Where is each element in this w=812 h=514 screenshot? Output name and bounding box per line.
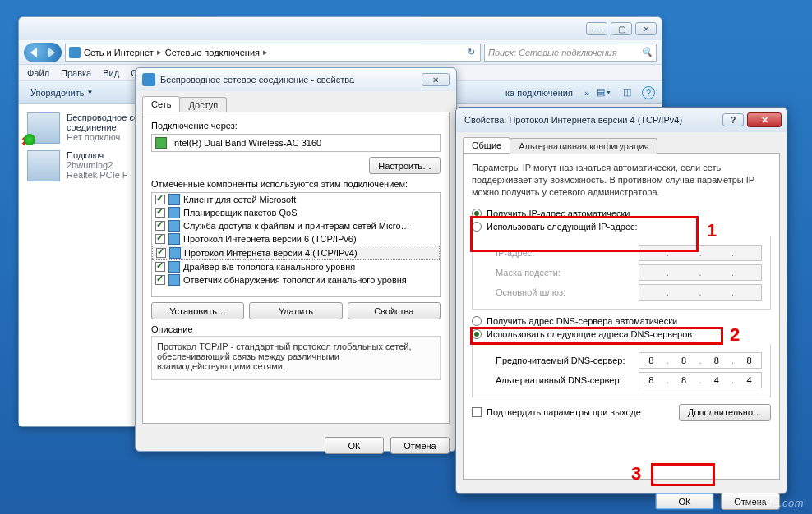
connection-adapter: Realtek PCIe F xyxy=(67,170,128,180)
install-button[interactable]: Установить… xyxy=(151,302,244,319)
radio-icon xyxy=(472,222,482,232)
tab-access[interactable]: Доступ xyxy=(179,97,227,112)
configure-button[interactable]: Настроить… xyxy=(369,157,441,174)
component-item[interactable]: Протокол Интернета версии 6 (TCP/IPv6) xyxy=(152,232,440,246)
menu-view[interactable]: Вид xyxy=(103,68,119,78)
preferred-dns-input[interactable]: 8.8.8.8 xyxy=(639,352,762,369)
checkbox[interactable] xyxy=(155,208,165,218)
connection-properties-dialog: Беспроводное сетевое соединение - свойст… xyxy=(135,67,457,452)
chevron-down-icon: ▼ xyxy=(86,89,93,96)
maximize-button[interactable]: ▢ xyxy=(611,22,632,35)
component-item[interactable]: Служба доступа к файлам и принтерам сете… xyxy=(152,219,440,232)
tab-panel-general: Параметры IP могут назначаться автоматич… xyxy=(463,153,780,480)
checkbox[interactable] xyxy=(155,262,165,272)
refresh-icon[interactable]: ↻ xyxy=(465,47,477,58)
minimize-button[interactable]: — xyxy=(586,22,607,35)
component-icon xyxy=(168,194,180,205)
dialog-title: Свойства: Протокол Интернета версии 4 (T… xyxy=(464,115,722,125)
close-button[interactable]: ✕ xyxy=(635,22,657,35)
tabstrip: Общие Альтернативная конфигурация xyxy=(456,132,787,153)
ip-address-input: ... xyxy=(639,245,762,261)
adapter-name: Intel(R) Dual Band Wireless-AC 3160 xyxy=(172,138,321,148)
tab-general[interactable]: Общие xyxy=(463,137,510,153)
search-input[interactable]: Поиск: Сетевые подключения 🔍 xyxy=(484,44,657,62)
dialog-buttons: ОК Отмена xyxy=(136,430,456,461)
network-icon xyxy=(142,73,155,86)
radio-ip-manual[interactable]: Использовать следующий IP-адрес: xyxy=(472,220,771,233)
menu-edit[interactable]: Правка xyxy=(61,68,91,78)
organize-button[interactable]: Упорядочить▼ xyxy=(25,86,98,99)
alternate-dns-input[interactable]: 8.8.4.4 xyxy=(639,372,762,388)
component-item-selected[interactable]: Протокол Интернета версии 4 (TCP/IPv4) xyxy=(152,246,440,260)
component-icon xyxy=(168,233,180,245)
component-item[interactable]: Планировщик пакетов QoS xyxy=(152,206,440,219)
validate-checkbox-row[interactable]: Подтвердить параметры при выходе xyxy=(472,407,641,417)
checkbox[interactable] xyxy=(155,195,165,204)
explorer-navbar: Сеть и Интернет▸ Сетевые подключения▸ ↻ … xyxy=(19,40,662,65)
component-item[interactable]: Клиент для сетей Microsoft xyxy=(152,193,440,206)
dialog-titlebar: Беспроводное сетевое соединение - свойст… xyxy=(136,68,456,91)
close-button[interactable]: ✕ xyxy=(422,73,450,86)
annotation-number-3: 3 xyxy=(631,463,641,484)
gateway-input: ... xyxy=(639,284,762,301)
view-options-button[interactable]: ▤▼ xyxy=(596,85,612,100)
address-bar[interactable]: Сеть и Интернет▸ Сетевые подключения▸ ↻ xyxy=(65,44,481,62)
ok-button[interactable]: ОК xyxy=(325,437,384,454)
close-button[interactable]: ✕ xyxy=(747,112,782,127)
properties-button[interactable]: Свойства xyxy=(348,302,441,319)
component-item[interactable]: Драйвер в/в тополога канального уровня xyxy=(152,260,440,273)
gateway-row: Основной шлюз:... xyxy=(481,282,762,302)
ipv4-properties-dialog: Свойства: Протокол Интернета версии 4 (T… xyxy=(455,107,787,494)
validate-label: Подтвердить параметры при выходе xyxy=(487,407,641,417)
help-icon[interactable]: ? xyxy=(642,86,655,99)
cancel-button[interactable]: Отмена xyxy=(390,437,450,454)
remove-button[interactable]: Удалить xyxy=(249,302,342,319)
preferred-dns-row: Предпочитаемый DNS-сервер: 8.8.8.8 xyxy=(481,351,762,370)
ip-address-row: IP-адрес:... xyxy=(481,243,762,263)
adapter-icon xyxy=(155,137,167,149)
connect-to-button[interactable]: ка подключения xyxy=(501,86,578,99)
components-list[interactable]: Клиент для сетей Microsoft Планировщик п… xyxy=(151,192,441,297)
tab-panel-network: Подключение через: Intel(R) Dual Band Wi… xyxy=(142,112,450,424)
radio-dns-manual[interactable]: Использовать следующие адреса DNS-сервер… xyxy=(472,328,771,341)
validate-checkbox[interactable] xyxy=(472,407,482,417)
alternate-dns-row: Альтернативный DNS-сервер: 8.8.4.4 xyxy=(481,370,762,390)
advanced-button[interactable]: Дополнительно… xyxy=(679,404,771,421)
wifi-icon xyxy=(27,112,60,144)
ok-button[interactable]: ОК xyxy=(655,493,714,510)
checkbox[interactable] xyxy=(155,234,165,244)
checkbox[interactable] xyxy=(155,275,165,285)
radio-ip-auto[interactable]: Получить IP-адрес автоматически xyxy=(472,207,771,220)
description-text: Протокол TCP/IP - стандартный протокол г… xyxy=(151,336,441,380)
component-item[interactable]: Ответчик обнаружения топологии канальног… xyxy=(152,273,440,287)
explorer-titlebar: — ▢ ✕ xyxy=(19,17,662,40)
dialog-title: Беспроводное сетевое соединение - свойст… xyxy=(160,75,417,85)
description-label: Описание xyxy=(151,324,441,334)
checkbox[interactable] xyxy=(156,248,166,258)
dialog-titlebar: Свойства: Протокол Интернета версии 4 (T… xyxy=(456,108,787,132)
ip-radio-group: Получить IP-адрес автоматически Использо… xyxy=(472,207,771,233)
annotation-number-1: 1 xyxy=(707,220,717,241)
help-button[interactable]: ? xyxy=(722,113,744,126)
checkbox[interactable] xyxy=(155,221,165,231)
component-icon xyxy=(168,261,180,273)
dns-fields-group: Предпочитаемый DNS-сервер: 8.8.8.8 Альте… xyxy=(472,344,771,397)
radio-icon xyxy=(472,316,482,326)
connect-via-label: Подключение через: xyxy=(151,121,441,131)
chevron-right-icon: ▸ xyxy=(157,47,162,57)
chevron-right-icon[interactable]: » xyxy=(584,88,589,98)
radio-dns-auto[interactable]: Получить адрес DNS-сервера автоматически xyxy=(472,314,771,328)
connection-ssid: 2bwuming2 xyxy=(67,160,128,170)
radio-icon xyxy=(472,209,482,218)
ipv4-description: Параметры IP могут назначаться автоматич… xyxy=(472,162,771,199)
search-placeholder: Поиск: Сетевые подключения xyxy=(488,48,617,57)
component-icon xyxy=(168,274,180,286)
breadcrumb-item[interactable]: Сеть и Интернет xyxy=(84,48,154,57)
breadcrumb-item[interactable]: Сетевые подключения xyxy=(165,48,260,57)
preview-pane-button[interactable]: ◫ xyxy=(619,85,635,100)
tab-network[interactable]: Сеть xyxy=(142,96,180,112)
back-forward-buttons[interactable] xyxy=(24,43,62,62)
tab-alternate[interactable]: Альтернативная конфигурация xyxy=(510,138,657,154)
menu-file[interactable]: Файл xyxy=(27,68,49,78)
components-label: Отмеченные компоненты используются этим … xyxy=(151,179,441,189)
